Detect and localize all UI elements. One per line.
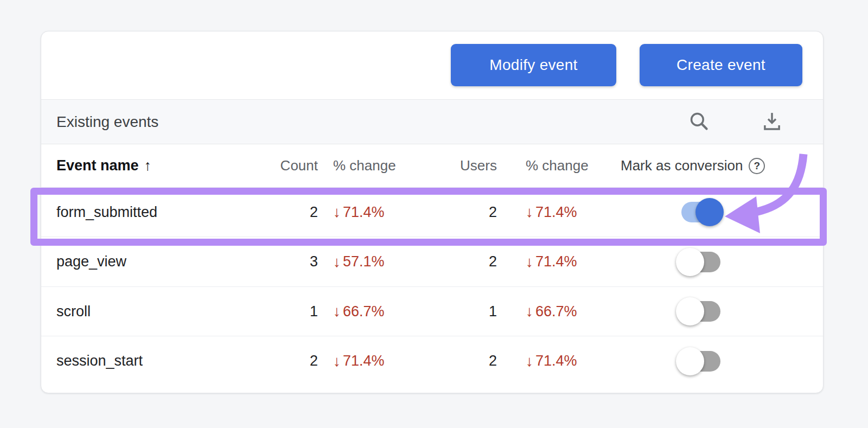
column-header-mark-as-conversion: Mark as conversion ? <box>621 144 765 187</box>
users-value: 2 <box>427 188 497 237</box>
decrease-arrow-icon: ↓ <box>333 303 341 320</box>
count-value: 3 <box>245 237 318 286</box>
column-header-event-name[interactable]: Event name ↑ <box>56 144 151 187</box>
mark-as-conversion-toggle[interactable] <box>677 247 724 277</box>
toolbar: Modify event Create event <box>41 31 823 99</box>
section-title: Existing events <box>56 100 158 144</box>
toggle-knob <box>695 198 724 226</box>
column-header-count[interactable]: Count <box>245 144 318 187</box>
users-value: 2 <box>427 336 497 386</box>
users-change: ↓ 71.4% <box>526 336 618 386</box>
toggle-knob <box>676 347 704 375</box>
users-change: ↓ 71.4% <box>526 237 618 286</box>
event-name: scroll <box>56 287 91 336</box>
count-change: ↓ 71.4% <box>333 188 425 237</box>
decrease-arrow-icon: ↓ <box>333 203 341 221</box>
create-event-button[interactable]: Create event <box>640 44 802 86</box>
search-button[interactable] <box>686 109 712 135</box>
count-value: 1 <box>245 287 318 336</box>
table-row: page_view 3 ↓ 57.1% 2 ↓ 71.4% <box>41 237 823 287</box>
event-name: session_start <box>56 336 143 386</box>
count-value: 2 <box>245 336 318 386</box>
table-row: form_submitted 2 ↓ 71.4% 2 ↓ 71.4% <box>41 188 823 237</box>
table-row: session_start 2 ↓ 71.4% 2 ↓ 71.4% <box>41 336 823 386</box>
event-name: form_submitted <box>56 188 157 237</box>
search-icon <box>687 110 710 135</box>
table-header-row: Event name ↑ Count % change Users % chan… <box>41 144 823 188</box>
toggle-knob <box>676 297 704 325</box>
screen: Modify event Create event Existing event… <box>0 0 868 428</box>
mark-as-conversion-toggle[interactable] <box>677 197 724 227</box>
count-change: ↓ 71.4% <box>333 336 425 386</box>
users-change: ↓ 71.4% <box>526 188 618 237</box>
mark-as-conversion-toggle[interactable] <box>677 296 724 327</box>
modify-event-button[interactable]: Modify event <box>451 44 616 86</box>
events-panel: Modify event Create event Existing event… <box>41 31 824 393</box>
download-icon <box>761 110 783 135</box>
users-value: 1 <box>427 287 497 336</box>
event-name: page_view <box>56 237 126 286</box>
table-row: scroll 1 ↓ 66.7% 1 ↓ 66.7% <box>41 287 823 336</box>
column-header-users[interactable]: Users <box>427 144 497 187</box>
toggle-knob <box>676 248 704 276</box>
sort-ascending-icon: ↑ <box>144 157 152 174</box>
decrease-arrow-icon: ↓ <box>526 203 533 221</box>
decrease-arrow-icon: ↓ <box>333 253 341 271</box>
column-header-count-change[interactable]: % change <box>333 144 425 187</box>
column-header-users-change[interactable]: % change <box>526 144 618 187</box>
existing-events-bar: Existing events <box>41 99 823 144</box>
help-icon[interactable]: ? <box>749 158 765 174</box>
users-change: ↓ 66.7% <box>526 287 618 336</box>
decrease-arrow-icon: ↓ <box>333 353 341 370</box>
users-value: 2 <box>427 237 497 286</box>
download-button[interactable] <box>759 109 785 135</box>
count-value: 2 <box>245 188 318 237</box>
decrease-arrow-icon: ↓ <box>526 253 533 271</box>
decrease-arrow-icon: ↓ <box>526 303 533 320</box>
decrease-arrow-icon: ↓ <box>526 353 533 370</box>
count-change: ↓ 57.1% <box>333 237 425 286</box>
count-change: ↓ 66.7% <box>333 287 425 336</box>
mark-as-conversion-toggle[interactable] <box>677 346 724 376</box>
